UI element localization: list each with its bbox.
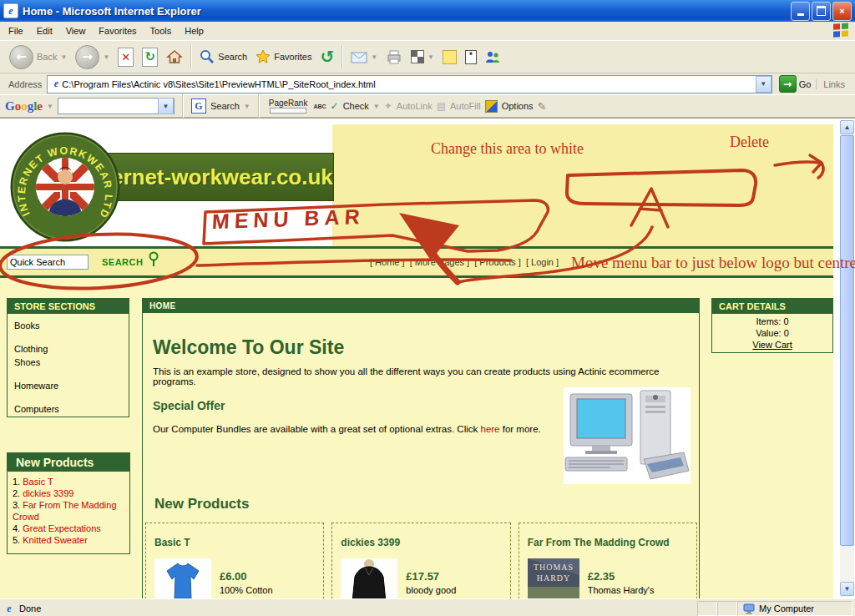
address-field[interactable]: e C:\Program Files\Actinic v8\Sites\Site…: [47, 75, 772, 93]
refresh-button[interactable]: ↻: [138, 43, 162, 71]
product-link-knitted-sweater[interactable]: Knitted Sweater: [23, 535, 88, 545]
links-menu[interactable]: Links: [816, 79, 852, 89]
messenger-button[interactable]: [481, 43, 504, 71]
go-icon[interactable]: →: [779, 75, 797, 93]
product-card: Basic T £6.00 100% Cotton: [145, 523, 324, 598]
product-name-link[interactable]: Far From The Madding Crowd: [528, 537, 690, 548]
window-title: Home - Microsoft Internet Explorer: [23, 5, 791, 18]
menu-view[interactable]: View: [59, 23, 93, 38]
section-books-link[interactable]: Books: [8, 319, 129, 332]
print-button[interactable]: [382, 43, 407, 71]
product-link-basic-t[interactable]: Basic T: [23, 477, 53, 487]
spellcheck-abc-icon: ABC: [313, 104, 326, 109]
check-dropdown-icon[interactable]: ▼: [373, 103, 380, 110]
edit-button[interactable]: ▼: [407, 43, 438, 71]
address-value[interactable]: C:\Program Files\Actinic v8\Sites\Site1\…: [62, 79, 755, 89]
scroll-down-icon[interactable]: ▼: [840, 582, 854, 596]
options-button[interactable]: Options: [502, 101, 534, 111]
product-name-link[interactable]: dickies 3399: [341, 537, 503, 548]
edit-icon: [411, 50, 424, 63]
restore-button[interactable]: [812, 2, 831, 21]
ie-page-icon: e: [3, 3, 18, 18]
product-link-madding-crowd[interactable]: Far From The Madding Crowd: [13, 500, 117, 522]
ie-favicon: e: [50, 78, 62, 90]
notes-icon: [443, 50, 457, 64]
nav-products-link[interactable]: [ Products ]: [474, 257, 521, 267]
refresh-icon: ↻: [145, 49, 156, 64]
mail-dropdown-icon[interactable]: ▼: [371, 53, 377, 61]
view-cart-link[interactable]: View Cart: [752, 340, 792, 350]
google-search-dropdown-icon[interactable]: ▼: [244, 103, 250, 110]
go-button[interactable]: Go: [799, 79, 812, 89]
address-dropdown-icon[interactable]: ▼: [756, 76, 772, 93]
home-button[interactable]: [162, 43, 187, 71]
menu-help[interactable]: Help: [178, 23, 210, 38]
google-dropdown-icon[interactable]: ▼: [47, 103, 53, 110]
scrollbar-thumb[interactable]: [840, 135, 854, 546]
search-button[interactable]: Search: [195, 43, 251, 71]
product-price: £6.00: [220, 570, 273, 583]
address-bar: Address e C:\Program Files\Actinic v8\Si…: [0, 73, 855, 95]
search-submit-button[interactable]: SEARCH: [102, 257, 143, 267]
google-input-dropdown-icon[interactable]: ▼: [158, 98, 174, 114]
notes-button[interactable]: [438, 43, 461, 71]
my-computer-icon: [743, 603, 755, 614]
print-icon: [386, 49, 402, 64]
autofill-icon: ▤: [437, 100, 446, 112]
product-link-great-expectations[interactable]: Great Expectations: [23, 523, 101, 533]
windows-logo-icon: [833, 23, 850, 38]
nav-more-pages-link[interactable]: [ More Pages ]: [410, 257, 470, 267]
product-link-dickies[interactable]: dickies 3399: [23, 488, 73, 498]
favorites-star-icon: [255, 49, 271, 64]
menu-file[interactable]: File: [2, 23, 30, 38]
svg-text:THOMAS: THOMAS: [534, 563, 574, 572]
forward-dropdown-icon[interactable]: ▼: [103, 53, 109, 61]
search-magnifier-icon[interactable]: [147, 251, 160, 268]
menu-edit[interactable]: Edit: [30, 23, 59, 38]
google-logo[interactable]: Google: [5, 99, 43, 114]
messenger-icon: [485, 50, 500, 63]
google-search-input[interactable]: ▼: [58, 98, 175, 114]
nav-login-link[interactable]: [ Login ]: [526, 257, 559, 267]
section-clothing-link[interactable]: Clothing: [8, 342, 129, 356]
vertical-scrollbar[interactable]: ▲ ▼: [840, 120, 854, 597]
cart-details-title: CART DETAILS: [712, 299, 832, 314]
sidebar-button[interactable]: *: [461, 43, 481, 71]
mail-button[interactable]: ▼: [347, 43, 382, 71]
status-pane: [697, 601, 717, 616]
menu-tools[interactable]: Tools: [144, 23, 179, 38]
highlighter-icon[interactable]: ✎: [538, 100, 547, 113]
close-button[interactable]: ×: [832, 2, 852, 21]
favorites-button[interactable]: Favorites: [251, 43, 316, 71]
history-button[interactable]: ↺: [316, 43, 338, 71]
back-button[interactable]: ← Back ▼: [5, 43, 71, 71]
nav-home-link[interactable]: [ Home ]: [370, 257, 405, 267]
site-nav-links: [ Home ] [ More Pages ] [ Products ] [ L…: [370, 257, 561, 267]
quick-search-input[interactable]: [7, 255, 89, 270]
scroll-up-icon[interactable]: ▲: [840, 120, 854, 134]
menu-favorites[interactable]: Favorites: [92, 23, 143, 38]
section-shoes-link[interactable]: Shoes: [8, 356, 129, 369]
menu-bar: File Edit View Favorites Tools Help: [0, 22, 855, 41]
autofill-button[interactable]: AutoFill: [450, 101, 481, 111]
pagerank-indicator[interactable]: PageRank: [269, 99, 308, 114]
page-section-title: HOME: [143, 299, 699, 313]
forward-button[interactable]: → ▼: [71, 43, 114, 71]
spellcheck-icon: ✓: [331, 100, 339, 112]
check-button[interactable]: Check: [343, 101, 369, 111]
stop-button[interactable]: ✕: [114, 43, 138, 71]
minimize-button[interactable]: [791, 2, 810, 21]
offer-here-link[interactable]: here: [480, 424, 499, 434]
section-computers-link[interactable]: Computers: [8, 402, 129, 416]
special-offer-text: Our Computer Bundles are available with …: [153, 424, 549, 434]
back-dropdown-icon[interactable]: ▼: [60, 53, 67, 61]
autolink-button[interactable]: AutoLink: [397, 101, 433, 111]
search-icon: [200, 49, 215, 64]
section-homeware-link[interactable]: Homeware: [8, 379, 129, 392]
product-price: £17.57: [406, 570, 456, 583]
list-item: 3. Far From The Madding Crowd: [13, 499, 126, 523]
product-name-link[interactable]: Basic T: [154, 537, 316, 548]
google-search-button[interactable]: Search: [210, 101, 240, 111]
site-logo-bar: internet-workwear.co.uk: [83, 153, 334, 201]
edit-dropdown-icon[interactable]: ▼: [428, 53, 434, 61]
